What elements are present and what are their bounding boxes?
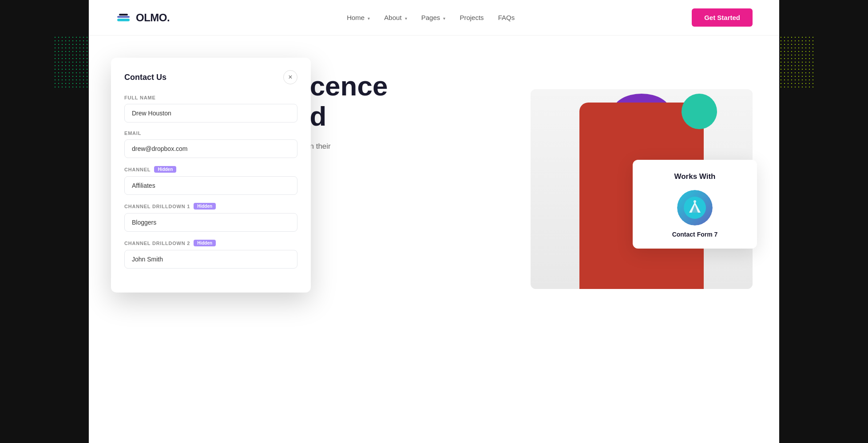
modal-header: Contact Us × bbox=[124, 70, 297, 84]
channel-hidden-badge: Hidden bbox=[154, 166, 176, 173]
channel-group: CHANNEL Hidden bbox=[124, 166, 297, 195]
channel-drilldown1-group: CHANNEL DRILLDOWN 1 Hidden bbox=[124, 203, 297, 232]
nav-item-pages[interactable]: Pages ▾ bbox=[421, 14, 446, 22]
logo-icon bbox=[115, 10, 131, 26]
modal-title: Contact Us bbox=[124, 73, 166, 82]
chevron-down-icon: ▾ bbox=[443, 16, 445, 21]
channel-drilldown2-hidden-badge: Hidden bbox=[194, 240, 216, 246]
modal-close-button[interactable]: × bbox=[283, 70, 297, 84]
email-input[interactable] bbox=[124, 139, 297, 158]
nav-item-projects[interactable]: Projects bbox=[460, 14, 484, 22]
works-with-title: Works With bbox=[643, 172, 746, 181]
email-label: EMAIL bbox=[124, 131, 297, 136]
channel-drilldown1-label: CHANNEL DRILLDOWN 1 Hidden bbox=[124, 203, 297, 210]
nav-item-faqs[interactable]: FAQs bbox=[498, 14, 515, 22]
svg-rect-2 bbox=[119, 14, 128, 16]
headphone-decoration bbox=[682, 94, 717, 129]
svg-rect-1 bbox=[117, 16, 130, 18]
contact-modal: Contact Us × FULL NAME EMAIL CHANNEL Hid… bbox=[111, 58, 311, 293]
chevron-down-icon: ▾ bbox=[405, 16, 407, 21]
nav-link-about[interactable]: About ▾ bbox=[384, 14, 407, 21]
dark-right-panel bbox=[779, 0, 868, 443]
channel-input[interactable] bbox=[124, 176, 297, 195]
channel-drilldown2-label: CHANNEL DRILLDOWN 2 Hidden bbox=[124, 240, 297, 246]
nav-item-about[interactable]: About ▾ bbox=[384, 14, 407, 22]
navbar: OLMO. Home ▾ About ▾ Pages ▾ bbox=[89, 0, 779, 36]
channel-drilldown1-hidden-badge: Hidden bbox=[194, 203, 216, 210]
full-name-input[interactable] bbox=[124, 104, 297, 123]
nav-link-projects[interactable]: Projects bbox=[460, 14, 484, 21]
channel-drilldown2-input[interactable] bbox=[124, 250, 297, 269]
svg-rect-0 bbox=[117, 19, 130, 21]
channel-drilldown1-input[interactable] bbox=[124, 213, 297, 232]
nav-link-home[interactable]: Home ▾ bbox=[347, 14, 370, 21]
nav-links: Home ▾ About ▾ Pages ▾ Projects F bbox=[347, 14, 515, 22]
channel-label: CHANNEL Hidden bbox=[124, 166, 297, 173]
full-name-group: FULL NAME bbox=[124, 95, 297, 123]
close-icon: × bbox=[288, 73, 292, 81]
logo-text: OLMO. bbox=[136, 12, 170, 24]
nav-item-home[interactable]: Home ▾ bbox=[347, 14, 370, 22]
works-with-card: Works With Contact Form 7 bbox=[633, 160, 757, 249]
app-icon bbox=[677, 190, 713, 225]
full-name-label: FULL NAME bbox=[124, 95, 297, 100]
contact-form-7-icon bbox=[677, 190, 713, 225]
email-group: EMAIL bbox=[124, 131, 297, 158]
chevron-down-icon: ▾ bbox=[368, 16, 370, 21]
dark-left-panel bbox=[0, 0, 89, 443]
channel-drilldown2-group: CHANNEL DRILLDOWN 2 Hidden bbox=[124, 240, 297, 269]
get-started-button[interactable]: Get Started bbox=[692, 8, 753, 27]
nav-link-pages[interactable]: Pages ▾ bbox=[421, 14, 446, 21]
app-name-label: Contact Form 7 bbox=[643, 231, 746, 238]
logo[interactable]: OLMO. bbox=[115, 10, 170, 26]
nav-link-faqs[interactable]: FAQs bbox=[498, 14, 515, 21]
svg-point-6 bbox=[694, 200, 696, 203]
